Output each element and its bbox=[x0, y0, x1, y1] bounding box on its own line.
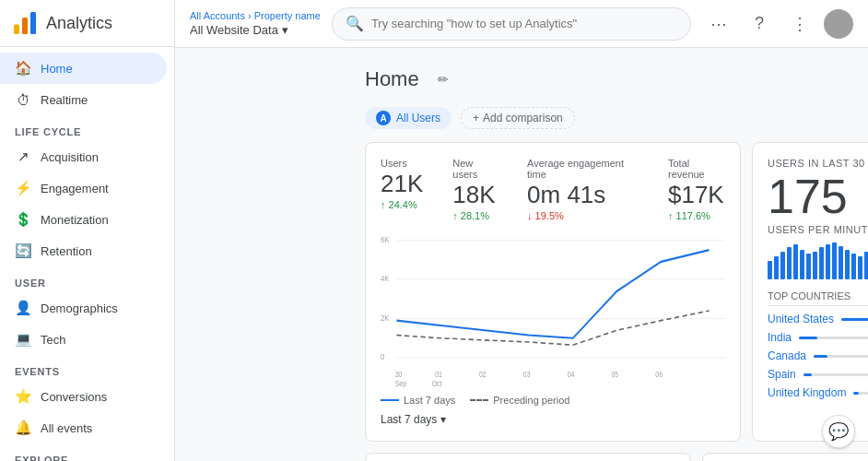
metric-change: ↑ 24.4% bbox=[381, 199, 423, 210]
metric-value: $17K bbox=[668, 182, 725, 208]
legend-current: Last 7 days bbox=[381, 395, 455, 406]
date-filter-label: Last 7 days bbox=[381, 413, 437, 426]
country-row: Canada 9 bbox=[768, 347, 868, 365]
view-realtime-link[interactable]: View realtime → bbox=[768, 409, 868, 422]
app-title: Analytics bbox=[46, 14, 112, 33]
main-stats-card: Users 21K ↑ 24.4% New users 18K ↑ 28.1% … bbox=[365, 142, 741, 442]
svg-rect-0 bbox=[14, 25, 19, 35]
lifecycle-section-label: LIFE CYCLE bbox=[0, 115, 174, 141]
mini-bar-chart bbox=[768, 242, 868, 279]
tech-icon: 💻 bbox=[15, 331, 31, 348]
demographics-icon: 👤 bbox=[15, 300, 31, 316]
sidebar-item-realtime-label: Realtime bbox=[41, 93, 88, 107]
chevron-down-icon: ▾ bbox=[282, 23, 288, 37]
country-name[interactable]: India bbox=[768, 331, 792, 344]
all-users-dot: A bbox=[376, 111, 391, 125]
sidebar-item-realtime[interactable]: ⏱ Realtime bbox=[0, 84, 167, 115]
metric-item: Average engagement time 0m 41s ↓ 19.5% bbox=[527, 158, 639, 221]
sidebar-item-demographics-label: Demographics bbox=[41, 301, 118, 315]
legend-current-line bbox=[381, 399, 399, 401]
metric-change: ↓ 19.5% bbox=[527, 210, 639, 221]
page-title-left: Home ✏ bbox=[365, 63, 460, 96]
sidebar-item-conversions[interactable]: ⭐ Conversions bbox=[0, 381, 167, 412]
svg-rect-2 bbox=[30, 12, 36, 34]
explore-section-label: EXPLORE bbox=[0, 443, 174, 461]
sidebar-item-tech[interactable]: 💻 Tech bbox=[0, 324, 167, 355]
apps-button[interactable]: ⋯ bbox=[702, 7, 735, 41]
svg-text:06: 06 bbox=[655, 370, 663, 379]
country-name[interactable]: United Kingdom bbox=[768, 386, 846, 399]
country-bar bbox=[803, 373, 813, 376]
svg-text:Sep: Sep bbox=[395, 379, 406, 388]
mini-bar bbox=[851, 254, 856, 279]
metric-item: Users 21K ↑ 24.4% bbox=[381, 158, 423, 221]
legend-current-label: Last 7 days bbox=[404, 395, 455, 406]
mini-bar bbox=[780, 252, 785, 279]
svg-text:Oct: Oct bbox=[432, 379, 443, 388]
country-bar-wrap bbox=[841, 318, 868, 321]
mini-bar bbox=[800, 250, 804, 279]
country-bar-wrap bbox=[853, 392, 868, 395]
mini-bar bbox=[845, 250, 850, 279]
mini-bar bbox=[819, 247, 824, 279]
sidebar-item-retention[interactable]: 🔄 Retention bbox=[0, 235, 167, 266]
avatar[interactable] bbox=[824, 9, 853, 39]
country-name[interactable]: United States bbox=[768, 313, 834, 325]
sidebar-item-home-label: Home bbox=[41, 62, 73, 76]
sidebar-item-engagement[interactable]: ⚡ Engagement bbox=[0, 172, 167, 204]
chart-container: 6K 4K 2K 0 30 Sep 01 bbox=[381, 232, 725, 389]
comparison-bar: A All Users + Add comparison bbox=[365, 107, 868, 129]
help-button[interactable]: ? bbox=[743, 7, 776, 41]
metric-item: New users 18K ↑ 28.1% bbox=[452, 158, 498, 221]
country-bar-wrap bbox=[814, 355, 868, 358]
mini-bar bbox=[793, 244, 798, 279]
retention-icon: 🔄 bbox=[15, 242, 31, 259]
country-bar bbox=[814, 355, 827, 358]
country-name[interactable]: Canada bbox=[768, 349, 806, 362]
search-bar[interactable]: 🔍 bbox=[332, 7, 691, 41]
acquisition-icon: ↗ bbox=[15, 148, 31, 165]
date-filter[interactable]: Last 7 days ▾ bbox=[381, 413, 725, 426]
country-bar bbox=[799, 337, 817, 339]
country-row: United Kingdom 4 bbox=[768, 384, 868, 402]
page-title: Home bbox=[365, 67, 419, 91]
sidebar-item-monetization[interactable]: 💲 Monetization bbox=[0, 204, 167, 235]
chart-legend: Last 7 days Preceding period bbox=[381, 395, 725, 406]
edit-icon: ✏ bbox=[438, 72, 449, 87]
sidebar-header: Analytics bbox=[0, 0, 174, 47]
chat-icon: 💬 bbox=[828, 421, 849, 442]
page-title-row: Home ✏ ✏ ↗ 📈 bbox=[365, 63, 868, 96]
svg-rect-1 bbox=[22, 18, 28, 34]
sidebar-item-engagement-label: Engagement bbox=[41, 182, 109, 195]
svg-text:01: 01 bbox=[435, 370, 442, 379]
events-section-label: EVENTS bbox=[0, 355, 174, 381]
stats-grid: Users 21K ↑ 24.4% New users 18K ↑ 28.1% … bbox=[365, 142, 868, 442]
legend-prev-label: Preceding period bbox=[493, 395, 569, 406]
add-comparison-button[interactable]: + Add comparison bbox=[461, 107, 575, 129]
metric-label: Users bbox=[381, 158, 423, 169]
sidebar-item-acquisition-label: Acquisition bbox=[41, 150, 99, 164]
country-row: United States 107 bbox=[768, 310, 868, 328]
all-users-badge[interactable]: A All Users bbox=[365, 107, 452, 129]
property-selector[interactable]: All Website Data ▾ bbox=[190, 23, 321, 37]
sidebar-item-monetization-label: Monetization bbox=[41, 213, 109, 227]
edit-page-button[interactable]: ✏ bbox=[427, 63, 460, 96]
topbar: All Accounts › Property name All Website… bbox=[175, 0, 868, 48]
country-bar-wrap bbox=[803, 373, 868, 376]
sidebar-item-acquisition[interactable]: ↗ Acquisition bbox=[0, 141, 167, 172]
sidebar-nav: 🏠 Home ⏱ Realtime LIFE CYCLE ↗ Acquisiti… bbox=[0, 47, 174, 461]
country-name[interactable]: Spain bbox=[768, 368, 796, 381]
main-content: Home ✏ ✏ ↗ 📈 A All Users + Add compariso… bbox=[350, 48, 868, 461]
country-bar-wrap bbox=[799, 337, 868, 339]
chat-button[interactable]: 💬 bbox=[822, 415, 855, 448]
more-button[interactable]: ⋮ bbox=[783, 7, 816, 41]
sidebar-item-all-events[interactable]: 🔔 All events bbox=[0, 412, 167, 443]
search-input[interactable] bbox=[371, 17, 677, 30]
sidebar-item-home[interactable]: 🏠 Home bbox=[0, 53, 167, 84]
chevron-down-icon: ▾ bbox=[440, 413, 446, 426]
mini-bar bbox=[858, 256, 862, 279]
users-chart: 6K 4K 2K 0 30 Sep 01 bbox=[381, 232, 725, 389]
sidebar-item-demographics[interactable]: 👤 Demographics bbox=[0, 292, 167, 324]
home-icon: 🏠 bbox=[15, 60, 31, 77]
mini-bar bbox=[768, 261, 772, 279]
